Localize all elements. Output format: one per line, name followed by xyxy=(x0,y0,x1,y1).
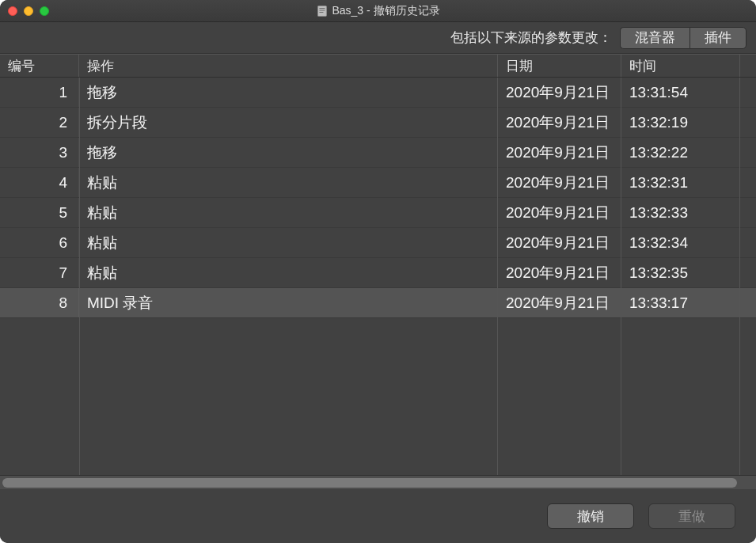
table-row[interactable]: 6粘贴2020年9月21日13:32:34 xyxy=(0,228,756,258)
plugins-toggle[interactable]: 插件 xyxy=(690,27,747,49)
filter-bar: 包括以下来源的参数更改： 混音器 插件 xyxy=(0,22,756,54)
cell-date: 2020年9月21日 xyxy=(498,258,621,287)
cell-operation: 拆分片段 xyxy=(79,108,498,137)
cell-time: 13:32:19 xyxy=(621,108,740,137)
titlebar: Bas_3 - 撤销历史记录 xyxy=(0,0,756,22)
undo-history-window: Bas_3 - 撤销历史记录 包括以下来源的参数更改： 混音器 插件 编号 操作… xyxy=(0,0,756,543)
cell-date: 2020年9月21日 xyxy=(498,138,621,167)
cell-pad xyxy=(740,198,756,227)
cell-time: 13:31:54 xyxy=(621,78,740,107)
svg-rect-2 xyxy=(319,9,325,10)
table-row[interactable]: 3拖移2020年9月21日13:32:22 xyxy=(0,138,756,168)
cell-number: 7 xyxy=(0,258,79,287)
cell-date: 2020年9月21日 xyxy=(498,78,621,107)
cell-pad xyxy=(740,228,756,257)
cell-operation: 粘贴 xyxy=(79,258,498,287)
table-row[interactable]: 2拆分片段2020年9月21日13:32:19 xyxy=(0,108,756,138)
svg-rect-3 xyxy=(319,12,323,13)
cell-number: 3 xyxy=(0,138,79,167)
col-header-pad xyxy=(740,55,756,77)
cell-operation: 粘贴 xyxy=(79,198,498,227)
close-button[interactable] xyxy=(8,6,17,16)
cell-pad xyxy=(740,258,756,287)
window-title: Bas_3 - 撤销历史记录 xyxy=(316,4,439,18)
minimize-button[interactable] xyxy=(24,6,33,16)
col-header-operation[interactable]: 操作 xyxy=(79,55,498,77)
table-header: 编号 操作 日期 时间 xyxy=(0,54,756,78)
cell-number: 2 xyxy=(0,108,79,137)
mixer-toggle[interactable]: 混音器 xyxy=(620,27,690,49)
cell-operation: 拖移 xyxy=(79,78,498,107)
table-body[interactable]: 1拖移2020年9月21日13:31:542拆分片段2020年9月21日13:3… xyxy=(0,78,756,475)
cell-number: 8 xyxy=(0,288,79,317)
cell-number: 4 xyxy=(0,168,79,197)
table-row[interactable]: 8MIDI 录音2020年9月21日13:33:17 xyxy=(0,288,756,318)
table-row[interactable]: 4粘贴2020年9月21日13:32:31 xyxy=(0,168,756,198)
cell-pad xyxy=(740,78,756,107)
cell-pad xyxy=(740,108,756,137)
cell-time: 13:32:33 xyxy=(621,198,740,227)
zoom-button[interactable] xyxy=(40,6,49,16)
cell-time: 13:32:35 xyxy=(621,258,740,287)
svg-rect-0 xyxy=(317,6,326,16)
cell-time: 13:32:22 xyxy=(621,138,740,167)
table-row[interactable]: 1拖移2020年9月21日13:31:54 xyxy=(0,78,756,108)
cell-date: 2020年9月21日 xyxy=(498,198,621,227)
cell-pad xyxy=(740,288,756,317)
cell-number: 5 xyxy=(0,198,79,227)
cell-pad xyxy=(740,168,756,197)
undo-button[interactable]: 撤销 xyxy=(547,503,634,529)
cell-pad xyxy=(740,138,756,167)
cell-number: 6 xyxy=(0,228,79,257)
cell-operation: 粘贴 xyxy=(79,228,498,257)
cell-date: 2020年9月21日 xyxy=(498,288,621,317)
cell-time: 13:32:31 xyxy=(621,168,740,197)
cell-operation: 拖移 xyxy=(79,138,498,167)
document-icon xyxy=(316,6,327,17)
horizontal-scrollbar[interactable] xyxy=(0,475,756,489)
table-row[interactable]: 7粘贴2020年9月21日13:32:35 xyxy=(0,258,756,288)
svg-rect-1 xyxy=(319,8,325,9)
source-toggle-group: 混音器 插件 xyxy=(620,27,747,49)
cell-date: 2020年9月21日 xyxy=(498,108,621,137)
cell-operation: 粘贴 xyxy=(79,168,498,197)
col-header-time[interactable]: 时间 xyxy=(621,55,740,77)
cell-date: 2020年9月21日 xyxy=(498,168,621,197)
col-header-number[interactable]: 编号 xyxy=(0,55,79,77)
filter-label: 包括以下来源的参数更改： xyxy=(450,28,612,47)
redo-button: 重做 xyxy=(648,503,735,529)
cell-time: 13:33:17 xyxy=(621,288,740,317)
cell-date: 2020年9月21日 xyxy=(498,228,621,257)
table-row[interactable]: 5粘贴2020年9月21日13:32:33 xyxy=(0,198,756,228)
cell-operation: MIDI 录音 xyxy=(79,288,498,317)
traffic-lights xyxy=(8,6,49,16)
cell-time: 13:32:34 xyxy=(621,228,740,257)
footer: 撤销 重做 xyxy=(0,489,756,543)
col-header-date[interactable]: 日期 xyxy=(498,55,621,77)
window-title-text: Bas_3 - 撤销历史记录 xyxy=(332,4,439,18)
scrollbar-thumb[interactable] xyxy=(2,478,737,488)
cell-number: 1 xyxy=(0,78,79,107)
